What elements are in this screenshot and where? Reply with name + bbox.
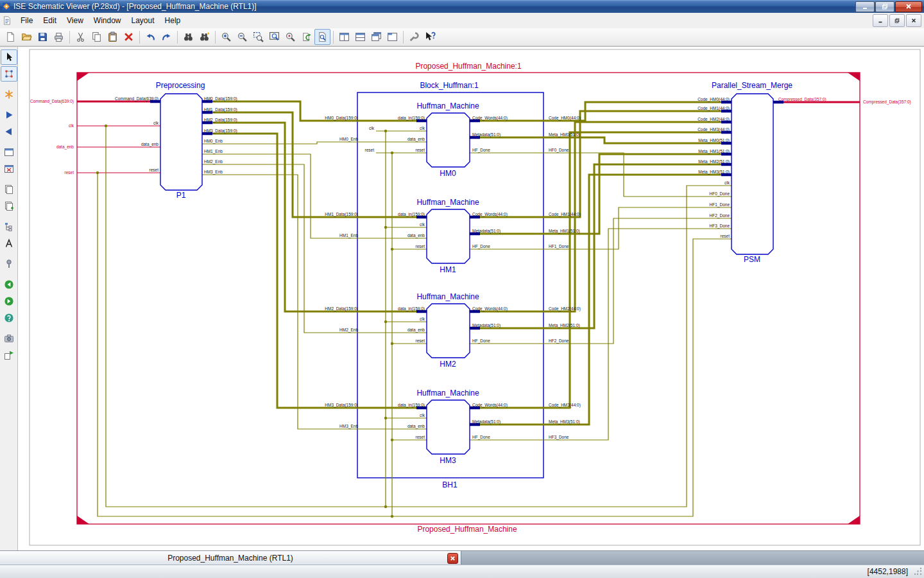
highlight-button[interactable]: [1, 87, 17, 102]
port-data-enb[interactable]: data_enb: [56, 144, 74, 150]
port-command-data[interactable]: Command_Data(639:0): [30, 99, 74, 104]
tile-vertical-button[interactable]: [352, 29, 368, 45]
tab-group-icon: [387, 31, 398, 42]
pin-label: clk: [724, 180, 730, 185]
whats-this-help-button[interactable]: [422, 29, 438, 45]
pin-label: HM3_Data(159:0): [204, 128, 237, 134]
wire-hm3-enb[interactable]: [202, 175, 427, 429]
zoom-selection-button[interactable]: [282, 29, 298, 45]
window-close-button[interactable]: [895, 1, 922, 12]
menu-help[interactable]: Help: [160, 14, 186, 27]
export-button[interactable]: [1, 347, 17, 363]
net-label: HM2_Enb: [339, 328, 358, 333]
new-window-button[interactable]: [1, 144, 17, 160]
port-reset[interactable]: reset: [65, 170, 74, 175]
copy-button[interactable]: [89, 29, 105, 45]
sheets-button[interactable]: [1, 182, 17, 197]
open-folder-icon: [21, 31, 32, 42]
tile-horizontal-button[interactable]: [336, 29, 352, 45]
nav-help-icon: [4, 313, 14, 323]
nav-help-button[interactable]: [1, 310, 17, 326]
wire-meta-hm0[interactable]: [470, 137, 732, 143]
hierarchy-button[interactable]: [1, 219, 17, 234]
zoom-fit-button[interactable]: [266, 29, 282, 45]
hm-block[interactable]: [427, 400, 470, 454]
export-icon: [4, 350, 14, 360]
port-clk[interactable]: clk: [69, 123, 74, 128]
redo-button[interactable]: [158, 29, 175, 45]
mdi-close-button[interactable]: [906, 14, 921, 27]
tab-group-button[interactable]: [384, 29, 400, 45]
pin-label: reset: [721, 234, 730, 238]
delete-button[interactable]: [121, 29, 137, 45]
select-pointer-button[interactable]: [1, 49, 17, 65]
find-next-button[interactable]: [196, 29, 212, 45]
schematic-canvas[interactable]: Proposed_Huffman_Machine:1 Proposed_Huff…: [18, 47, 924, 550]
hm-block[interactable]: [427, 304, 470, 358]
toolbar-separator: [403, 31, 404, 44]
window-titlebar[interactable]: ISE Schematic Viewer (P.28xd) - [Propose…: [0, 0, 924, 13]
zoom-area-button[interactable]: [250, 29, 266, 45]
paste-button[interactable]: [105, 29, 121, 45]
cascade-windows-button[interactable]: [368, 29, 384, 45]
new-file-button[interactable]: [3, 29, 19, 45]
viewer-mode-button[interactable]: [314, 29, 330, 45]
sheet-corner-marker: [77, 516, 89, 524]
toolbar-separator: [177, 31, 178, 44]
previous-view-button[interactable]: [1, 124, 17, 139]
save-button[interactable]: [35, 29, 51, 45]
menu-window[interactable]: Window: [89, 14, 126, 27]
snapshot-button[interactable]: [1, 331, 17, 346]
zoom-out-button[interactable]: [234, 29, 250, 45]
nav-back-button[interactable]: [1, 277, 17, 292]
menu-view[interactable]: View: [62, 14, 89, 27]
wire-hf2-done[interactable]: [470, 218, 732, 344]
wire-hm0-enb[interactable]: [202, 142, 427, 144]
port-compressed-data[interactable]: Compressed_Data(357:0): [863, 100, 911, 105]
main-toolbar: [0, 28, 924, 46]
wire-meta-hm1[interactable]: [470, 154, 732, 234]
delete-icon: [123, 31, 134, 42]
undo-button[interactable]: [142, 29, 158, 45]
wire-reset-trunk[interactable]: [98, 173, 732, 516]
wire-meta-hm2[interactable]: [470, 164, 732, 328]
open-button[interactable]: [19, 29, 35, 45]
preprocessing-block[interactable]: [160, 94, 202, 190]
menu-edit[interactable]: Edit: [38, 14, 62, 27]
window-minimize-button[interactable]: [855, 1, 875, 12]
refresh-view-button[interactable]: [298, 29, 314, 45]
sheet-copy-button[interactable]: [1, 198, 17, 214]
hm-block[interactable]: [427, 209, 470, 263]
pin-label: data_in(159:0): [398, 306, 425, 311]
tab-proposed-huffman-machine[interactable]: Proposed_Huffman_Machine (RTL1): [0, 551, 461, 565]
block-huffman-title: Block_Huffman:1: [420, 81, 478, 90]
workspace: Proposed_Huffman_Machine:1 Proposed_Huff…: [0, 46, 924, 550]
tab-close-button[interactable]: [447, 553, 458, 564]
wire-code-hm3[interactable]: [470, 132, 732, 408]
mdi-restore-button[interactable]: [889, 14, 905, 27]
print-button[interactable]: [51, 29, 67, 45]
menu-file[interactable]: File: [15, 14, 38, 27]
pin-button[interactable]: [1, 256, 17, 272]
toolbar-separator: [333, 31, 334, 44]
find-button[interactable]: [180, 29, 196, 45]
nav-forward-button[interactable]: [1, 293, 17, 309]
cut-button[interactable]: [73, 29, 89, 45]
wire-reset-rail[interactable]: [376, 153, 427, 516]
resize-grip[interactable]: [914, 568, 923, 576]
wire-hm1-enb[interactable]: [202, 154, 427, 238]
menu-layout[interactable]: Layout: [126, 14, 160, 27]
wire-meta-hm3[interactable]: [470, 175, 732, 425]
run-button[interactable]: [1, 107, 17, 123]
net-select-button[interactable]: [1, 66, 17, 82]
zoom-in-button[interactable]: [218, 29, 234, 45]
hm-ref: HM1: [440, 265, 456, 274]
psm-block[interactable]: [732, 94, 773, 254]
text-label-button[interactable]: [1, 236, 17, 251]
close-window-button[interactable]: [1, 161, 17, 177]
hm-block[interactable]: [427, 113, 470, 167]
settings-wrench-button[interactable]: [406, 29, 422, 45]
mdi-minimize-button[interactable]: [873, 14, 888, 27]
window-restore-button[interactable]: [875, 1, 894, 12]
mdi-document-icon[interactable]: [3, 16, 12, 25]
